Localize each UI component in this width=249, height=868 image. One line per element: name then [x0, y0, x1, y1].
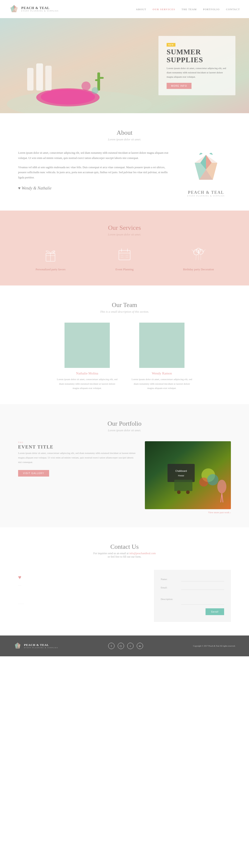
svg-point-48 — [199, 477, 208, 487]
service-icon-favors — [41, 245, 60, 264]
team-photo-wendy — [139, 322, 185, 368]
svg-text:Fiesta!: Fiesta! — [178, 474, 184, 477]
portfolio-section: Our Portfolio Lorem ipsum dolor sit amet… — [0, 404, 249, 527]
about-paragraph-1: Lorem ipsum dolor sit amet, consectetuer… — [18, 150, 170, 161]
about-title: About — [18, 129, 231, 136]
contact-title: Contact Us — [18, 543, 231, 550]
facebook-icon[interactable]: f — [108, 643, 115, 649]
footer-logo-icon — [13, 642, 22, 650]
twitter-icon[interactable]: t — [127, 643, 133, 649]
visit-gallery-button[interactable]: Visit Gallery — [18, 470, 49, 476]
team-member-nathalie: Nathalie Molina Lorem ipsum dolor sit am… — [56, 322, 119, 391]
services-title: Our Services — [18, 224, 231, 231]
services-section: Our Services Lorem ipsum dolor sit amet.… — [0, 211, 249, 285]
decoration-icon — [189, 245, 208, 264]
services-subtitle: Lorem ipsum dolor sit amet. — [18, 233, 231, 236]
contact-header: Contact Us For inquiries send us an emai… — [18, 543, 231, 559]
svg-rect-27 — [119, 250, 130, 260]
hero-description: Lorem ipsum dolor sit amet, consectetur … — [166, 66, 227, 79]
form-description-input[interactable] — [181, 593, 224, 605]
nav-portfolio[interactable]: PORTFOLIO — [203, 8, 220, 11]
svg-rect-42 — [139, 322, 185, 368]
nav-team[interactable]: THE TEAM — [182, 8, 197, 11]
footer-copyright: Copyright © 2017 Peach & Teal All rights… — [193, 645, 236, 647]
svg-point-17 — [92, 87, 98, 94]
svg-rect-15 — [99, 77, 104, 79]
hero-title: SUMMER SUPPLIES — [166, 48, 227, 64]
brand-text: PEACH & TEAL EVENT PLANNING & SUPPLIES — [21, 6, 59, 12]
service-item-decoration: Birthday party Decoration — [166, 245, 231, 272]
portfolio-photo: Chalkboard Fiesta! — [145, 441, 231, 509]
about-section: About Lorem ipsum dolor sit amet. Lorem … — [0, 113, 249, 211]
portfolio-header: Our Portfolio Lorem ipsum dolor sit amet… — [18, 420, 231, 432]
svg-rect-44 — [167, 464, 195, 482]
form-email-input[interactable] — [181, 585, 224, 590]
portfolio-tag: TAG — [18, 441, 136, 443]
svg-rect-10 — [36, 63, 43, 91]
portfolio-view-more[interactable]: View more past work › — [145, 511, 231, 514]
footer-brand-sub: EVENT PLANNING & SUPPLIES — [24, 647, 58, 649]
nav-services[interactable]: OUR SERVICES — [153, 8, 175, 11]
svg-point-51 — [177, 490, 181, 494]
portfolio-left: TAG EVENT TITLE Lorem ipsum dolor sit am… — [18, 441, 136, 476]
contact-left: ♥ · · · · · · · · — [18, 570, 141, 606]
instagram-icon[interactable]: ◻ — [118, 643, 124, 649]
about-logo-icon — [189, 153, 223, 187]
contact-email-link[interactable]: info@peachandteal.com — [129, 552, 156, 555]
svg-point-49 — [207, 474, 218, 486]
linkedin-icon[interactable]: in — [137, 643, 143, 649]
portfolio-event-title: EVENT TITLE — [18, 444, 136, 450]
nav-about[interactable]: ABOUT — [136, 8, 146, 11]
contact-intro-line2: or feel free to fill out our form. — [18, 555, 231, 559]
service-item-favors: Personalized party favors — [18, 245, 83, 272]
nav-contact[interactable]: CONTACT — [226, 8, 240, 11]
service-item-planning: Event Planning — [92, 245, 157, 272]
hero-cta-button[interactable]: MORE INFO — [166, 83, 191, 89]
heart-decoration: ♥ — [18, 575, 141, 581]
brand-name: PEACH & TEAL — [21, 6, 59, 10]
form-name-label: Name: — [161, 578, 179, 581]
svg-text:Chalkboard: Chalkboard — [175, 470, 187, 472]
service-icon-planning — [116, 245, 133, 264]
footer-brand: PEACH & TEAL EVENT PLANNING & SUPPLIES — [24, 643, 58, 649]
logo: PEACH & TEAL EVENT PLANNING & SUPPLIES — [9, 4, 59, 14]
about-paragraph-2: Vivamus vel nibh at sem sagittis malesua… — [18, 165, 170, 180]
svg-rect-14 — [95, 79, 100, 81]
portfolio-content: TAG EVENT TITLE Lorem ipsum dolor sit am… — [18, 441, 231, 514]
service-label-favors: Personalized party favors — [18, 267, 83, 272]
svg-point-16 — [82, 82, 91, 91]
team-section: Our Team This is a small description of … — [0, 285, 249, 404]
team-name-wendy: Wendy Ramon — [130, 372, 193, 375]
contact-intro-text: For inquiries send us an email at info@p… — [18, 552, 231, 555]
contact-layout: ♥ · · · · · · · · Name: Email: Descripti… — [18, 570, 231, 622]
about-text-block: Lorem ipsum dolor sit amet, consectetuer… — [18, 150, 170, 192]
about-signature: ♥ Wendy & Nathalie — [18, 184, 170, 192]
logo-icon — [9, 4, 19, 14]
footer-logo: PEACH & TEAL EVENT PLANNING & SUPPLIES — [13, 642, 58, 650]
form-row-name: Name: — [161, 577, 224, 581]
svg-rect-13 — [97, 72, 100, 91]
party-favors-icon — [41, 245, 60, 264]
event-planning-icon — [116, 245, 133, 264]
svg-rect-50 — [174, 480, 192, 491]
services-grid: Personalized party favors Event Planning — [18, 245, 231, 272]
contact-decorative: · · · · · · · · — [18, 583, 141, 606]
portfolio-title: Our Portfolio — [18, 420, 231, 427]
about-logo-name: PEACH & TEAL — [181, 190, 231, 195]
about-header: About Lorem ipsum dolor sit amet. — [18, 129, 231, 141]
team-member-wendy: Wendy Ramon Lorem ipsum dolor sit amet, … — [130, 322, 193, 391]
about-logo-sub: EVENT PLANNING & SUPPLIES — [181, 195, 231, 197]
footer: PEACH & TEAL EVENT PLANNING & SUPPLIES f… — [0, 636, 249, 656]
about-subtitle: Lorem ipsum dolor sit amet. — [18, 138, 231, 141]
form-name-input[interactable] — [181, 577, 224, 581]
service-icon-decoration — [189, 245, 208, 264]
svg-point-53 — [217, 480, 226, 493]
team-grid: Nathalie Molina Lorem ipsum dolor sit am… — [18, 322, 231, 391]
team-name-nathalie: Nathalie Molina — [56, 372, 119, 375]
navbar: PEACH & TEAL EVENT PLANNING & SUPPLIES A… — [0, 0, 249, 18]
form-row-email: Email: — [161, 585, 224, 590]
form-desc-label: Description: — [161, 598, 179, 600]
services-header: Our Services Lorem ipsum dolor sit amet. — [18, 224, 231, 236]
svg-rect-41 — [64, 322, 110, 368]
form-submit-button[interactable]: Send! — [206, 608, 224, 615]
